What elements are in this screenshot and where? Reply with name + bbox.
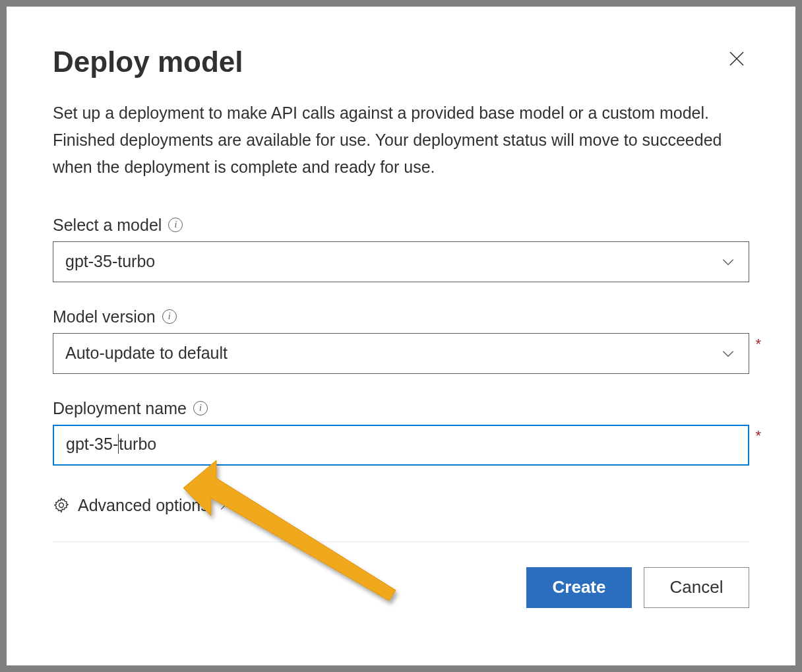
info-icon[interactable]: i <box>193 401 208 415</box>
select-model-value: gpt-35-turbo <box>65 252 155 271</box>
info-icon[interactable]: i <box>168 218 183 232</box>
text-caret <box>118 434 119 454</box>
select-model-group: Select a model i gpt-35-turbo <box>53 216 749 282</box>
create-button[interactable]: Create <box>526 567 632 608</box>
chevron-down-icon <box>720 345 737 362</box>
deployment-name-group: Deployment name i gpt-35-turbo * <box>53 399 749 466</box>
dialog-title: Deploy model <box>53 45 243 80</box>
gear-icon <box>53 497 70 514</box>
advanced-options-toggle[interactable]: Advanced options <box>53 496 230 515</box>
dialog-description: Set up a deployment to make API calls ag… <box>53 100 749 181</box>
deploy-model-dialog: Deploy model Set up a deployment to make… <box>7 7 795 665</box>
select-model-dropdown[interactable]: gpt-35-turbo <box>53 241 749 282</box>
deployment-name-value-pre: gpt-35- <box>66 435 118 453</box>
required-indicator: * <box>755 427 761 444</box>
close-button[interactable] <box>724 46 749 71</box>
required-indicator: * <box>755 336 761 353</box>
chevron-down-icon <box>720 253 737 270</box>
svg-point-2 <box>59 503 64 508</box>
select-model-label: Select a model <box>53 216 162 235</box>
select-model-label-row: Select a model i <box>53 216 749 235</box>
footer-divider <box>53 541 749 542</box>
deployment-name-input[interactable]: gpt-35-turbo <box>53 425 749 466</box>
cancel-button[interactable]: Cancel <box>644 567 749 608</box>
close-icon <box>727 49 747 69</box>
model-version-dropdown[interactable]: Auto-update to default <box>53 333 749 374</box>
dialog-footer: Create Cancel <box>53 567 749 608</box>
model-version-label: Model version <box>53 307 156 326</box>
model-version-value: Auto-update to default <box>65 344 228 363</box>
deployment-name-label-row: Deployment name i <box>53 399 749 418</box>
deployment-name-value-post: turbo <box>119 435 156 453</box>
advanced-options-label: Advanced options <box>78 496 209 515</box>
model-version-group: Model version i Auto-update to default * <box>53 307 749 374</box>
chevron-right-icon <box>216 498 230 512</box>
model-version-label-row: Model version i <box>53 307 749 326</box>
deployment-name-label: Deployment name <box>53 399 187 418</box>
dialog-header: Deploy model <box>53 45 749 80</box>
info-icon[interactable]: i <box>162 309 177 324</box>
